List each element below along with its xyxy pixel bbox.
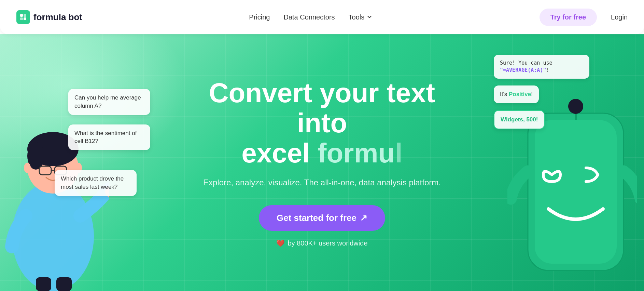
hero-social-proof: ❤️ by 800K+ users worldwide — [189, 239, 455, 247]
chat-bubble-r3: Widgets, 500! — [494, 110, 545, 129]
chat-bubbles-right: Sure! You can use "=AVERAGE(A:A)"! It's … — [494, 55, 589, 129]
nav-data-connectors[interactable]: Data Connectors — [283, 13, 335, 21]
navbar: formula bot Pricing Data Connectors Tool… — [0, 0, 644, 34]
get-started-button[interactable]: Get started for free ↗ — [259, 205, 385, 231]
logo-svg — [19, 13, 27, 21]
svg-point-4 — [12, 182, 94, 291]
logo-icon — [16, 10, 30, 24]
hero-title-line2-static: excel — [241, 138, 317, 168]
hero-center: Convert your text into excel formul Expl… — [189, 78, 455, 247]
svg-point-11 — [24, 163, 31, 173]
svg-rect-1 — [24, 14, 26, 17]
hero-title-typed: formul — [318, 138, 403, 168]
nav-tools-label: Tools — [349, 13, 365, 21]
hero-title-line1: Convert your text into — [209, 78, 435, 138]
get-started-label: Get started for free — [277, 213, 356, 223]
login-button[interactable]: Login — [611, 13, 628, 21]
svg-rect-0 — [20, 14, 23, 17]
heart-emoji: ❤️ — [276, 239, 285, 247]
cta-arrow-icon: ↗ — [360, 213, 367, 223]
logo[interactable]: formula bot — [16, 10, 82, 24]
hero-subtitle: Explore, analyze, visualize. The all-in-… — [189, 176, 455, 189]
hero-title: Convert your text into excel formul — [189, 78, 455, 168]
hero-section: Can you help me average column A? What i… — [0, 34, 644, 291]
nav-pricing[interactable]: Pricing — [249, 13, 270, 21]
social-proof-text: by 800K+ users worldwide — [288, 239, 367, 247]
svg-rect-20 — [535, 120, 617, 264]
nav-actions: Try for free Login — [540, 9, 628, 26]
nav-divider — [604, 12, 604, 22]
chat-bubble-l3: Which product drove the most sales last … — [55, 170, 137, 196]
chat-bubble-r1: Sure! You can use "=AVERAGE(A:A)"! — [494, 55, 589, 79]
chat-bubble-l1: Can you help me average column A? — [68, 89, 150, 115]
svg-rect-2 — [20, 17, 23, 20]
svg-rect-17 — [36, 277, 51, 291]
try-free-button[interactable]: Try for free — [540, 9, 597, 26]
svg-rect-18 — [56, 277, 72, 291]
nav-links: Pricing Data Connectors Tools — [249, 13, 373, 21]
chevron-down-icon — [366, 14, 373, 20]
chat-bubbles-left: Can you help me average column A? What i… — [55, 62, 150, 196]
nav-tools[interactable]: Tools — [349, 13, 373, 21]
chat-bubble-r2: It's Positive! — [494, 85, 539, 103]
logo-text: formula bot — [33, 12, 82, 23]
svg-rect-3 — [24, 17, 26, 20]
chat-bubble-l2: What is the sentiment of cell B12? — [68, 124, 150, 150]
